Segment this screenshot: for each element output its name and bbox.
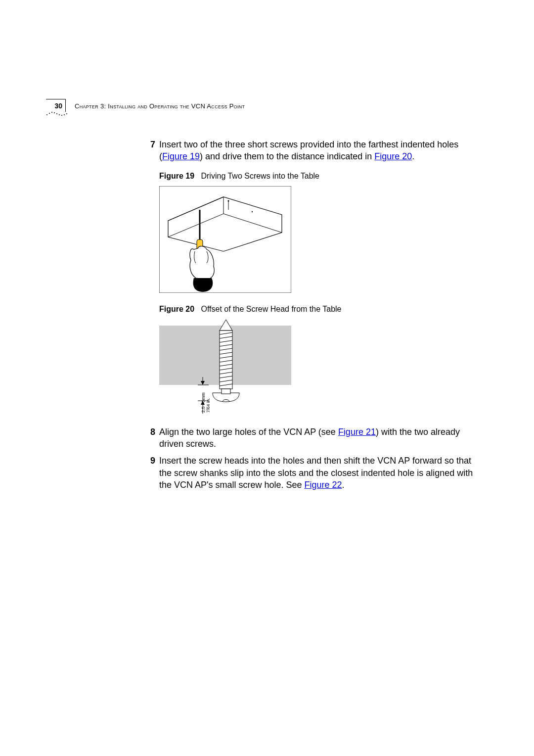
- figure-19-illustration: [159, 186, 291, 293]
- svg-point-7: [64, 114, 65, 115]
- svg-point-11: [228, 200, 229, 202]
- svg-point-1: [49, 113, 50, 114]
- svg-point-6: [61, 115, 62, 116]
- chapter-title: Chapter 3: Installing and Operating the …: [75, 102, 245, 111]
- text: Align the two large holes of the VCN AP …: [159, 427, 338, 437]
- step-number: 7: [148, 139, 159, 163]
- svg-point-3: [54, 112, 55, 113]
- step-text: Insert two of the three short screws pro…: [159, 139, 486, 163]
- figure-20-illustration: 7/64 in. 2.5 - 3mm: [159, 320, 291, 415]
- svg-rect-31: [222, 389, 230, 394]
- step-number: 9: [148, 455, 159, 491]
- header-decoration: [46, 111, 71, 117]
- figure-caption-text: Offset of the Screw Head from the Table: [201, 305, 341, 313]
- figure-caption-text: Driving Two Screws into the Table: [201, 172, 319, 180]
- step-7: 7 Insert two of the three short screws p…: [148, 139, 486, 163]
- content-column: 7 Insert two of the three short screws p…: [148, 139, 486, 496]
- text: ) and drive them to the distance indicat…: [200, 151, 374, 161]
- figure-20-link[interactable]: Figure 20: [374, 151, 412, 161]
- svg-text:7/64 in.: 7/64 in.: [206, 398, 211, 413]
- svg-point-8: [66, 113, 67, 114]
- figure-21-link[interactable]: Figure 21: [338, 427, 376, 437]
- figure-label: Figure 19: [159, 172, 194, 180]
- text: .: [342, 480, 345, 490]
- page-header: 30 Chapter 3: Installing and Operating t…: [46, 99, 488, 121]
- step-number: 8: [148, 426, 159, 450]
- text: .: [412, 151, 414, 161]
- step-text: Insert the screw heads into the holes an…: [159, 455, 486, 491]
- svg-point-4: [56, 113, 57, 114]
- step-8: 8 Align the two large holes of the VCN A…: [148, 426, 486, 450]
- figure-caption: Figure 19 Driving Two Screws into the Ta…: [159, 171, 486, 182]
- figure-label: Figure 20: [159, 305, 194, 313]
- figure-19-link[interactable]: Figure 19: [162, 151, 200, 161]
- figure-caption: Figure 20 Offset of the Screw Head from …: [159, 304, 486, 315]
- figure-19: Figure 19 Driving Two Screws into the Ta…: [159, 171, 486, 293]
- step-text: Align the two large holes of the VCN AP …: [159, 426, 486, 450]
- svg-point-5: [59, 114, 60, 115]
- figure-20: Figure 20 Offset of the Screw Head from …: [159, 304, 486, 415]
- step-9: 9 Insert the screw heads into the holes …: [148, 455, 486, 491]
- svg-point-0: [46, 114, 47, 115]
- svg-text:2.5 - 3mm: 2.5 - 3mm: [201, 392, 206, 413]
- figure-22-link[interactable]: Figure 22: [305, 480, 342, 490]
- svg-point-12: [252, 211, 253, 212]
- svg-point-2: [51, 112, 52, 113]
- page-number: 30: [46, 99, 66, 112]
